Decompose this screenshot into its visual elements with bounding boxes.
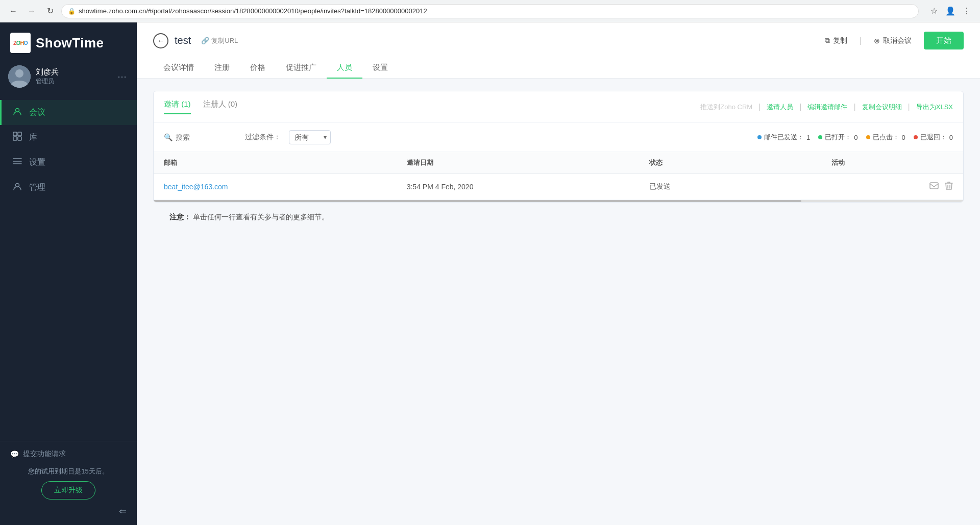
stat-clicked-value: 0 bbox=[902, 134, 905, 141]
library-icon bbox=[12, 131, 23, 144]
settings-icon bbox=[12, 156, 23, 169]
cancel-meeting-button[interactable]: ⊗ 取消会议 bbox=[868, 33, 918, 48]
page-header-right: ⧉ 复制 | ⊗ 取消会议 开始 bbox=[819, 32, 964, 49]
feature-request-btn[interactable]: 💬 提交功能请求 bbox=[10, 449, 127, 459]
panel-tab-registrants[interactable]: 注册人 (0) bbox=[203, 99, 238, 114]
action-sep-4: | bbox=[908, 103, 910, 112]
stat-opened: 已打开： 0 bbox=[818, 133, 857, 142]
forward-button[interactable]: → bbox=[24, 4, 39, 18]
user-name: 刘彦兵 bbox=[36, 67, 110, 77]
back-button[interactable]: ← bbox=[6, 4, 20, 18]
stat-sent-label: 邮件已发送： bbox=[764, 133, 804, 142]
cancel-label: 取消会议 bbox=[883, 36, 912, 45]
push-crm-action: 推送到Zoho CRM bbox=[700, 103, 752, 112]
table-row[interactable]: beat_itee@163.com 3:54 PM 4 Feb, 2020 已发… bbox=[154, 174, 963, 200]
tab-people[interactable]: 人员 bbox=[327, 58, 362, 79]
svg-rect-3 bbox=[13, 132, 17, 136]
user-menu-button[interactable]: ⋯ bbox=[115, 69, 129, 84]
delete-invite-button[interactable] bbox=[945, 181, 953, 192]
sidebar-item-meetings[interactable]: 会议 bbox=[0, 100, 137, 125]
main-content: ← test 🔗 复制URL ⧉ 复制 | ⊗ bbox=[137, 22, 980, 525]
filter-select-wrapper: 所有 已发送 已打开 已点击 已退回 bbox=[289, 130, 331, 144]
address-bar[interactable]: 🔒 showtime.zoho.com.cn/#/portal/zohosaas… bbox=[61, 4, 919, 18]
svg-rect-5 bbox=[13, 137, 17, 140]
page-title: test bbox=[175, 35, 191, 46]
copy-action-button[interactable]: ⧉ 复制 bbox=[819, 33, 853, 48]
collapse-sidebar-button[interactable]: ⇐ bbox=[10, 506, 127, 517]
reload-button[interactable]: ↻ bbox=[43, 4, 57, 18]
svg-rect-4 bbox=[18, 132, 21, 136]
app-container: ZOHO ShowTime 刘彦兵 管理员 ⋯ bbox=[0, 22, 980, 525]
copy-url-label: 复制URL bbox=[211, 36, 238, 45]
header-divider: | bbox=[860, 36, 862, 45]
sidebar: ZOHO ShowTime 刘彦兵 管理员 ⋯ bbox=[0, 22, 137, 525]
svg-rect-11 bbox=[930, 183, 938, 189]
tab-promo[interactable]: 促进推广 bbox=[276, 58, 327, 79]
stat-opened-value: 0 bbox=[854, 134, 857, 141]
table-scrollbar[interactable] bbox=[154, 200, 963, 202]
page-header: ← test 🔗 复制URL ⧉ 复制 | ⊗ bbox=[137, 22, 980, 79]
export-xlsx-action[interactable]: 导出为XLSX bbox=[916, 103, 953, 112]
cancel-icon: ⊗ bbox=[874, 37, 880, 45]
app-title: ShowTime bbox=[36, 35, 104, 51]
feature-request-label: 提交功能请求 bbox=[23, 449, 66, 459]
sidebar-item-settings[interactable]: 设置 bbox=[0, 150, 137, 175]
opened-dot bbox=[818, 135, 822, 139]
panel-tab-invites[interactable]: 邀请 (1) bbox=[164, 99, 191, 114]
start-meeting-button[interactable]: 开始 bbox=[924, 32, 964, 49]
feedback-icon: 💬 bbox=[10, 450, 19, 458]
account-button[interactable]: 👤 bbox=[943, 4, 958, 18]
people-panel-header: 邀请 (1) 注册人 (0) 推送到Zoho CRM | 邀请人员 | 编辑邀请… bbox=[154, 91, 963, 123]
back-icon: ← bbox=[157, 37, 164, 45]
tab-register[interactable]: 注册 bbox=[204, 58, 240, 79]
zoho-logo: ZOHO bbox=[10, 33, 31, 53]
manage-icon bbox=[12, 181, 23, 194]
tab-settings[interactable]: 设置 bbox=[362, 58, 398, 79]
user-info: 刘彦兵 管理员 bbox=[36, 67, 110, 86]
library-label: 库 bbox=[29, 132, 37, 143]
filter-select[interactable]: 所有 已发送 已打开 已点击 已退回 bbox=[289, 130, 331, 144]
tab-meeting-details[interactable]: 会议详情 bbox=[153, 58, 204, 79]
copy-action-label: 复制 bbox=[833, 36, 847, 45]
sidebar-nav: 会议 库 bbox=[0, 96, 137, 441]
sidebar-item-library[interactable]: 库 bbox=[0, 125, 137, 150]
panel-tabs: 邀请 (1) 注册人 (0) bbox=[164, 99, 237, 114]
col-header-invite-date: 邀请日期 bbox=[407, 158, 650, 167]
bookmark-button[interactable]: ☆ bbox=[927, 4, 941, 18]
stat-clicked-label: 已点击： bbox=[873, 133, 899, 142]
stat-sent-value: 1 bbox=[806, 134, 810, 141]
edit-invite-email-action[interactable]: 编辑邀请邮件 bbox=[807, 103, 847, 112]
meetings-label: 会议 bbox=[29, 107, 45, 118]
page-body: 邀请 (1) 注册人 (0) 推送到Zoho CRM | 邀请人员 | 编辑邀请… bbox=[137, 79, 980, 525]
back-to-list-button[interactable]: ← bbox=[153, 33, 168, 48]
tab-price[interactable]: 价格 bbox=[240, 58, 276, 79]
people-panel: 邀请 (1) 注册人 (0) 推送到Zoho CRM | 邀请人员 | 编辑邀请… bbox=[153, 91, 964, 203]
stat-opened-label: 已打开： bbox=[825, 133, 851, 142]
search-box: 🔍 bbox=[164, 133, 237, 141]
invite-people-action[interactable]: 邀请人员 bbox=[767, 103, 793, 112]
upgrade-button[interactable]: 立即升级 bbox=[41, 481, 95, 499]
browser-bar: ← → ↻ 🔒 showtime.zoho.com.cn/#/portal/zo… bbox=[0, 0, 980, 22]
menu-button[interactable]: ⋮ bbox=[960, 4, 974, 18]
resend-email-button[interactable] bbox=[929, 181, 939, 192]
copy-meeting-details-action[interactable]: 复制会议明细 bbox=[862, 103, 902, 112]
copy-url-button[interactable]: 🔗 复制URL bbox=[197, 34, 242, 47]
stat-clicked: 已点击： 0 bbox=[866, 133, 905, 142]
stat-sent: 邮件已发送： 1 bbox=[757, 133, 810, 142]
clicked-dot bbox=[866, 135, 870, 139]
panel-actions: 推送到Zoho CRM | 邀请人员 | 编辑邀请邮件 | 复制会议明细 | 导… bbox=[700, 103, 953, 112]
search-input[interactable] bbox=[176, 133, 237, 141]
url-text: showtime.zoho.com.cn/#/portal/zohosaasco… bbox=[79, 7, 427, 15]
filter-row: 🔍 过滤条件： 所有 已发送 已打开 已点击 已退回 bbox=[154, 123, 963, 152]
cell-invite-date: 3:54 PM 4 Feb, 2020 bbox=[407, 183, 650, 191]
sidebar-item-manage[interactable]: 管理 bbox=[0, 175, 137, 200]
cell-email[interactable]: beat_itee@163.com bbox=[164, 183, 407, 191]
note-text: 单击任何一行查看有关参与者的更多细节。 bbox=[193, 213, 329, 221]
action-sep-3: | bbox=[853, 103, 855, 112]
sidebar-logo: ZOHO ShowTime bbox=[0, 22, 137, 61]
stat-bounced-value: 0 bbox=[949, 134, 953, 141]
browser-actions: ☆ 👤 ⋮ bbox=[927, 4, 974, 18]
sent-dot bbox=[757, 135, 762, 139]
bounced-dot bbox=[914, 135, 918, 139]
manage-label: 管理 bbox=[29, 182, 45, 193]
